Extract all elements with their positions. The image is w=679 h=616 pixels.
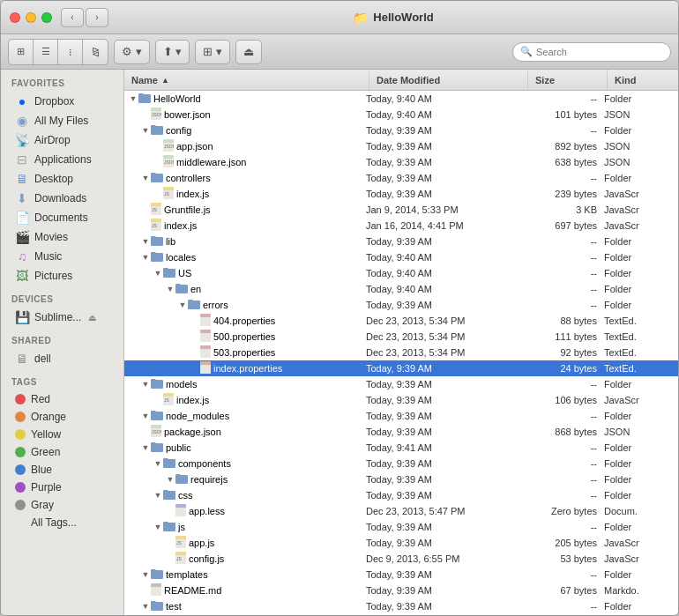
file-row[interactable]: JSONapp.jsonToday, 9:39 AM892 bytesJSON <box>124 138 678 154</box>
search-input[interactable] <box>536 47 663 57</box>
file-date: Jan 16, 2014, 4:41 PM <box>366 220 525 231</box>
all-my-files-icon: ◉ <box>15 114 29 128</box>
sidebar-item-tag-red[interactable]: Red <box>4 390 120 408</box>
expand-arrow[interactable]: ▼ <box>153 459 163 468</box>
back-button[interactable]: ‹ <box>61 8 84 27</box>
sidebar-item-desktop[interactable]: 🖥 Desktop <box>4 169 120 189</box>
expand-arrow[interactable]: ▼ <box>140 237 151 246</box>
file-row[interactable]: JSconfig.jsDec 9, 2013, 6:55 PM53 bytesJ… <box>124 551 678 567</box>
file-row[interactable]: JSONmiddleware.jsonToday, 9:39 AM638 byt… <box>124 154 678 170</box>
sidebar-item-pictures[interactable]: 🖼 Pictures <box>4 266 120 286</box>
expand-arrow[interactable]: ▼ <box>140 443 151 452</box>
file-row[interactable]: ▼configToday, 9:39 AM--Folder <box>124 122 678 138</box>
sidebar-item-music[interactable]: ♫ Music <box>4 247 120 266</box>
file-row[interactable]: ▼componentsToday, 9:39 AM--Folder <box>124 456 678 471</box>
sidebar-item-tag-all-tags[interactable]: All Tags... <box>4 514 120 531</box>
file-row[interactable]: ▼libToday, 9:39 AM--Folder <box>124 234 678 249</box>
expand-arrow[interactable]: ▼ <box>165 285 175 293</box>
expand-arrow[interactable]: ▼ <box>140 380 151 389</box>
sidebar-item-sublime[interactable]: 💾 Sublime... ⏏ <box>4 308 120 327</box>
sidebar-item-tag-green[interactable]: Green <box>4 443 120 461</box>
file-row[interactable]: 500.propertiesDec 23, 2013, 5:34 PM111 b… <box>124 329 678 345</box>
column-view-button[interactable]: ⫶ <box>58 40 83 64</box>
coverflow-view-button[interactable]: ⧎ <box>83 40 108 64</box>
sidebar-item-downloads[interactable]: ⬇ Downloads <box>4 189 120 208</box>
file-row[interactable]: ▼HelloWorldToday, 9:40 AM--Folder <box>124 91 678 107</box>
file-name-cell: JSindex.js <box>128 219 366 234</box>
file-row[interactable]: ▼node_modulesToday, 9:39 AM--Folder <box>124 408 678 424</box>
file-size: 24 bytes <box>525 363 604 374</box>
expand-arrow[interactable]: ▼ <box>140 126 151 135</box>
sidebar-item-tag-yellow[interactable]: Yellow <box>4 426 120 443</box>
file-label: js <box>178 522 185 532</box>
expand-arrow[interactable]: ▼ <box>140 602 151 611</box>
file-row[interactable]: ▼errorsToday, 9:39 AM--Folder <box>124 297 678 313</box>
file-row[interactable]: ▼jsToday, 9:39 AM--Folder <box>124 519 678 535</box>
eject-button[interactable]: ⏏ <box>235 40 262 64</box>
expand-arrow[interactable]: ▼ <box>140 570 151 579</box>
close-button[interactable] <box>10 12 20 23</box>
sidebar-item-tag-orange[interactable]: Orange <box>4 408 120 426</box>
sidebar-item-tag-purple[interactable]: Purple <box>4 479 120 496</box>
file-row[interactable]: ▼controllersToday, 9:39 AM--Folder <box>124 170 678 186</box>
sidebar-item-dropbox[interactable]: ● Dropbox <box>4 92 120 111</box>
expand-arrow[interactable]: ▼ <box>153 269 163 278</box>
file-row[interactable]: ▼requirejsToday, 9:39 AM--Folder <box>124 471 678 487</box>
file-row[interactable]: JSindex.jsToday, 9:39 AM797 bytesJavaScr <box>124 614 678 615</box>
expand-arrow[interactable]: ▼ <box>177 301 188 309</box>
view-switcher: ⊞ ☰ ⫶ ⧎ <box>8 39 108 65</box>
sidebar-item-movies[interactable]: 🎬 Movies <box>4 227 120 247</box>
expand-arrow[interactable]: ▼ <box>140 174 151 182</box>
icon-view-button[interactable]: ⊞ <box>9 40 34 64</box>
file-row[interactable]: JSapp.jsToday, 9:39 AM205 bytesJavaScr <box>124 535 678 551</box>
list-view-button[interactable]: ☰ <box>34 40 58 64</box>
airdrop-icon: 📡 <box>15 133 29 147</box>
file-label: app.json <box>176 141 213 152</box>
expand-arrow[interactable]: ▼ <box>165 475 175 484</box>
expand-arrow[interactable]: ▼ <box>140 412 151 420</box>
file-row[interactable]: README.mdToday, 9:39 AM67 bytesMarkdo. <box>124 583 678 598</box>
expand-arrow[interactable]: ▼ <box>140 253 151 262</box>
col-header-name[interactable]: Name ▲ <box>124 70 369 90</box>
file-row[interactable]: JSONpackage.jsonToday, 9:39 AM868 bytesJ… <box>124 424 678 440</box>
file-row[interactable]: 404.propertiesDec 23, 2013, 5:34 PM88 by… <box>124 313 678 329</box>
file-header: Name ▲ Date Modified Size Kind <box>124 70 678 91</box>
file-row[interactable]: ▼enToday, 9:40 AM--Folder <box>124 281 678 297</box>
col-header-modified[interactable]: Date Modified <box>369 70 528 90</box>
file-row[interactable]: index.propertiesToday, 9:39 AM24 bytesTe… <box>124 360 678 376</box>
view-options-button[interactable]: ⊞ ▾ <box>195 40 230 64</box>
sidebar-item-documents[interactable]: 📄 Documents <box>4 208 120 227</box>
file-row[interactable]: ▼modelsToday, 9:39 AM--Folder <box>124 376 678 392</box>
sidebar-item-applications[interactable]: ⊟ Applications <box>4 150 120 169</box>
sidebar-item-tag-gray[interactable]: Gray <box>4 496 120 514</box>
expand-arrow[interactable]: ▼ <box>153 491 163 500</box>
sidebar-item-tag-blue[interactable]: Blue <box>4 461 120 479</box>
col-header-kind[interactable]: Kind <box>608 70 678 90</box>
sidebar-item-airdrop[interactable]: 📡 AirDrop <box>4 130 120 150</box>
file-row[interactable]: 503.propertiesDec 23, 2013, 5:34 PM92 by… <box>124 345 678 360</box>
file-row[interactable]: ▼localesToday, 9:40 AM--Folder <box>124 249 678 265</box>
col-header-size[interactable]: Size <box>528 70 608 90</box>
file-row[interactable]: JSONbower.jsonToday, 9:40 AM101 bytesJSO… <box>124 107 678 122</box>
share-button[interactable]: ⬆ ▾ <box>155 40 190 64</box>
file-row[interactable]: ▼testToday, 9:39 AM--Folder <box>124 598 678 614</box>
file-row[interactable]: JSindex.jsToday, 9:39 AM239 bytesJavaScr <box>124 186 678 202</box>
arrange-button[interactable]: ⚙ ▾ <box>114 40 150 64</box>
maximize-button[interactable] <box>41 12 52 23</box>
sidebar-item-allmyfiles[interactable]: ◉ All My Files <box>4 111 120 130</box>
file-row[interactable]: ▼USToday, 9:40 AM--Folder <box>124 265 678 281</box>
file-row[interactable]: JSGruntfile.jsJan 9, 2014, 5:33 PM3 KBJa… <box>124 202 678 218</box>
file-size: -- <box>525 601 604 612</box>
sidebar-item-dell[interactable]: 🖥 dell <box>4 349 120 368</box>
forward-button[interactable]: › <box>86 8 108 27</box>
file-row[interactable]: ▼cssToday, 9:39 AM--Folder <box>124 487 678 503</box>
file-row[interactable]: JSindex.jsJan 16, 2014, 4:41 PM697 bytes… <box>124 218 678 234</box>
file-row[interactable]: JSindex.jsToday, 9:39 AM106 bytesJavaScr <box>124 392 678 408</box>
expand-arrow[interactable]: ▼ <box>128 94 138 103</box>
file-row[interactable]: ▼publicToday, 9:41 AM--Folder <box>124 440 678 456</box>
file-row[interactable]: app.lessDec 23, 2013, 5:47 PMZero bytesD… <box>124 503 678 519</box>
file-row[interactable]: ▼templatesToday, 9:39 AM--Folder <box>124 567 678 583</box>
eject-icon[interactable]: ⏏ <box>88 313 96 323</box>
expand-arrow[interactable]: ▼ <box>153 523 163 531</box>
minimize-button[interactable] <box>26 12 36 23</box>
